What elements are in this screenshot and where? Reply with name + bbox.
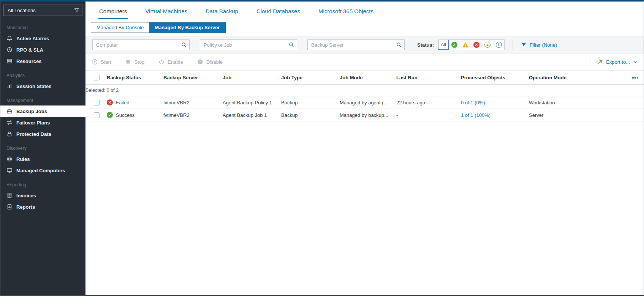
cell-job-type: Backup: [281, 109, 340, 121]
row-checkbox[interactable]: [94, 100, 100, 105]
select-all-checkbox[interactable]: [94, 75, 100, 80]
cell-job-mode: Managed by backup...: [340, 109, 396, 121]
sidebar-item-label: Resources: [16, 58, 41, 64]
sidebar-item-label: Rules: [16, 156, 30, 162]
status-link[interactable]: Failed: [116, 100, 129, 105]
minus-circle-icon: [197, 59, 203, 65]
sidebar-item-label: Invoices: [16, 193, 36, 198]
tab-virtual-machines[interactable]: Virtual Machines: [144, 3, 188, 19]
sidebar-item-invoices[interactable]: Invoices: [0, 190, 85, 201]
failed-status-icon: [107, 99, 113, 105]
toolbar-separator: [590, 57, 590, 66]
cell-backup-server: fvtimeVBR2: [163, 109, 223, 121]
computer-search-input[interactable]: [92, 39, 190, 50]
sidebar-item-reports[interactable]: Reports: [0, 201, 85, 213]
sidebar-section-discovery: Discovery: [0, 140, 85, 153]
search-icon: [181, 42, 187, 48]
tab-microsoft-365-objects[interactable]: Microsoft 365 Objects: [318, 3, 374, 19]
info-circle-icon: [496, 42, 502, 48]
processed-objects-link[interactable]: 1 of 1 (100%): [461, 112, 491, 118]
table-row[interactable]: Success fvtimeVBR2 Agent Backup Job 1 Ba…: [85, 109, 644, 121]
column-header-last-run[interactable]: Last Run: [396, 71, 461, 85]
column-chooser-icon[interactable]: [632, 77, 638, 79]
export-button[interactable]: Export to...: [597, 59, 638, 65]
column-header-job[interactable]: Job: [223, 71, 281, 85]
tab-cloud-databases[interactable]: Cloud Databases: [256, 3, 301, 19]
warning-triangle-icon: [462, 42, 468, 47]
sidebar-item-label: Protected Data: [16, 131, 51, 137]
subtab-managed-by-backup-server[interactable]: Managed By Backup Server: [149, 22, 225, 33]
export-arrow-icon: [597, 59, 603, 65]
cell-job: Agent Backup Policy 1: [223, 96, 281, 109]
start-label: Start: [101, 59, 111, 65]
status-running-button[interactable]: [482, 40, 493, 50]
sidebar-item-label: Session States: [16, 83, 52, 89]
column-header-job-type[interactable]: Job Type: [281, 71, 340, 85]
row-checkbox[interactable]: [94, 112, 100, 118]
cell-operation-mode: Server: [529, 109, 587, 121]
sidebar-item-failover-plans[interactable]: Failover Plans: [0, 117, 85, 128]
sidebar-item-rules[interactable]: Rules: [0, 153, 85, 165]
computer-search: [92, 39, 190, 50]
select-all-cell: [85, 71, 107, 85]
main-tabs: Computers Virtual Machines Data Backup C…: [85, 3, 644, 19]
cell-job-type: Backup: [281, 96, 340, 109]
tab-data-backup[interactable]: Data Backup: [205, 3, 239, 19]
status-text: Success: [116, 112, 134, 118]
status-success-button[interactable]: [449, 40, 460, 50]
disable-button[interactable]: Disable: [197, 59, 223, 65]
column-header-backup-server[interactable]: Backup Server: [163, 71, 223, 85]
sidebar-item-protected-data[interactable]: Protected Data: [0, 128, 85, 140]
selection-summary: Selected: 0 of 2: [85, 85, 644, 96]
sidebar-item-session-states[interactable]: Session States: [0, 80, 85, 92]
sidebar-item-resources[interactable]: Resources: [0, 55, 85, 67]
backup-server-search-input[interactable]: [307, 39, 405, 50]
app-body: All Locations Monitoring Active Alarms R…: [0, 2, 644, 295]
status-info-button[interactable]: [493, 40, 504, 50]
sidebar-item-label: Reports: [16, 204, 35, 210]
enable-button[interactable]: Enable: [158, 59, 183, 65]
tab-computers[interactable]: Computers: [98, 3, 128, 19]
status-all-button[interactable]: All: [438, 40, 449, 50]
search-icon: [288, 42, 294, 48]
failover-arrows-icon: [6, 120, 13, 126]
sidebar-item-label: Active Alarms: [16, 36, 49, 41]
briefcase-icon: [6, 108, 13, 114]
backup-server-search: [307, 39, 405, 50]
table-row[interactable]: Failed fvtimeVBR2 Agent Backup Policy 1 …: [85, 96, 644, 109]
job-actions-toolbar: Start Stop Enable Disable Export t: [85, 54, 644, 70]
sidebar-item-label: Managed Computers: [16, 168, 65, 173]
column-header-processed-objects[interactable]: Processed Objects: [461, 71, 529, 85]
status-warning-button[interactable]: [460, 40, 471, 50]
sidebar-section-monitoring: Monitoring: [0, 19, 85, 33]
start-button[interactable]: Start: [92, 59, 111, 65]
sidebar-section-management: Management: [0, 92, 85, 105]
column-header-operation-mode[interactable]: Operation Mode: [529, 71, 587, 85]
filter-none-button[interactable]: Filter (None): [521, 42, 557, 48]
selection-summary-row: Selected: 0 of 2: [85, 85, 644, 96]
disable-label: Disable: [206, 59, 223, 65]
column-header-backup-status[interactable]: Backup Status: [107, 71, 163, 85]
location-selector[interactable]: All Locations: [3, 5, 82, 16]
play-circle-icon: [92, 59, 98, 65]
chevron-down-icon: [633, 60, 638, 64]
policy-job-search-input[interactable]: [200, 39, 297, 50]
sidebar-item-active-alarms[interactable]: Active Alarms: [0, 33, 85, 44]
error-circle-icon: [473, 42, 479, 48]
enable-label: Enable: [168, 59, 183, 65]
gauge-icon: [6, 47, 13, 53]
location-filter-icon[interactable]: [71, 5, 82, 16]
stop-label: Stop: [134, 59, 144, 65]
sidebar-item-rpo-sla[interactable]: RPO & SLA: [0, 44, 85, 55]
subtab-managed-by-console[interactable]: Managed By Console: [91, 22, 149, 33]
jobs-table: Backup Status Backup Server Job Job Type…: [85, 70, 644, 121]
status-failed-button[interactable]: [471, 40, 482, 50]
column-header-job-mode[interactable]: Job Mode: [340, 71, 396, 85]
processed-objects-link[interactable]: 0 of 1 (0%): [461, 100, 485, 105]
running-circle-icon: [484, 42, 491, 48]
sidebar-item-backup-jobs[interactable]: Backup Jobs: [0, 105, 85, 117]
stop-button[interactable]: Stop: [125, 59, 144, 65]
sidebar-item-label: Backup Jobs: [16, 109, 47, 114]
invoice-icon: [6, 192, 13, 198]
sidebar-item-managed-computers[interactable]: Managed Computers: [0, 165, 85, 176]
